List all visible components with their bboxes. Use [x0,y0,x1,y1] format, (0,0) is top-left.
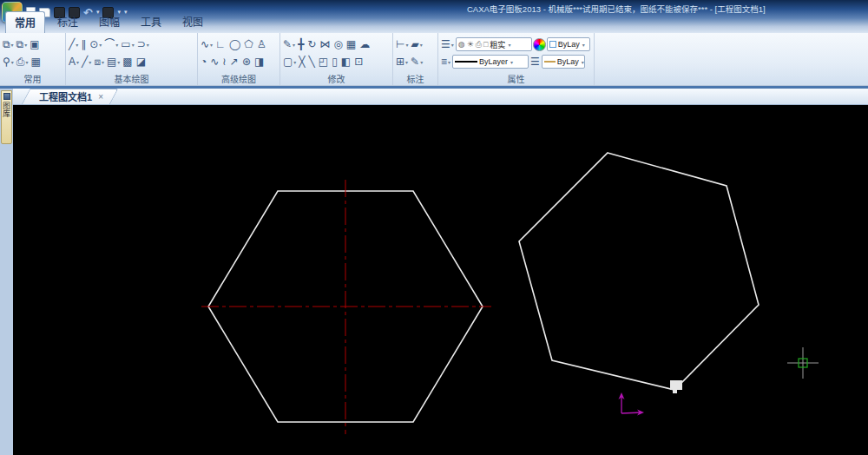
dropdown-icon[interactable]: ▾ [117,59,120,65]
tool-button[interactable]: ♙ [256,37,268,52]
tool-button[interactable]: ⌒▾ [103,37,119,52]
dropdown-icon[interactable]: ▾ [508,42,510,48]
tool-button[interactable]: ↻ [306,37,318,52]
tool-button[interactable]: ∿ [209,55,220,69]
tool-icon: ◨ [254,55,264,69]
tool-button[interactable]: ▦ [345,37,358,52]
tool-button[interactable]: ⊞▾ [395,55,409,69]
lineweight-button[interactable]: ≡▾ [440,55,451,69]
tool-button[interactable]: ⚲▾ [2,55,15,69]
dropdown-icon[interactable]: ▾ [582,42,585,48]
dropdown-icon[interactable]: ▾ [293,59,296,65]
dropdown-icon[interactable]: ▾ [293,42,295,48]
layer-select[interactable]: ◍ ☀ ⎙ □ 粗实 ▾ [456,37,532,51]
tool-button[interactable]: ✎▾ [410,55,424,69]
drawing-canvas-svg[interactable] [13,105,868,455]
dropdown-icon[interactable]: ▾ [25,59,28,65]
dropdown-icon[interactable]: ▾ [24,42,27,48]
tool-button[interactable]: ⊛ [241,55,253,69]
dropdown-icon[interactable]: ▾ [405,42,408,48]
linewidth-select[interactable]: ByLay ▾ [542,55,585,69]
tool-button[interactable]: ⊡ [353,55,365,69]
tool-button[interactable]: ◧ [340,55,352,69]
tool-button[interactable]: ▦ [30,55,42,69]
dropdown-icon[interactable]: ▾ [76,59,79,65]
dropdown-icon[interactable]: ▾ [451,42,454,48]
tool-button[interactable]: ⬠ [243,37,254,52]
tool-button[interactable]: ⧉▾ [2,37,15,52]
tool-button[interactable]: ⊢▾ [395,37,409,52]
tool-button[interactable]: ☁ [358,37,372,52]
tool-button[interactable]: ▯ [331,55,339,69]
tool-button[interactable]: ▣ [29,37,41,52]
tool-button[interactable]: ▤▾ [106,55,121,69]
tool-button[interactable]: ∟ [214,37,227,52]
tool-button[interactable]: ◯ [228,37,242,52]
tool-button[interactable]: ◔ [200,55,208,69]
dropdown-icon[interactable]: ▾ [210,42,213,48]
tool-button[interactable]: ▭▾ [120,37,135,52]
tool-button[interactable]: ╲ [308,55,317,69]
dropdown-icon[interactable]: ▾ [132,42,135,48]
dropdown-icon[interactable]: ▾ [11,42,14,48]
tab-dimension[interactable]: 标注 [49,11,87,33]
tool-button[interactable]: ⧉▾ [16,37,29,52]
dropdown-icon[interactable]: ▾ [405,59,408,65]
tool-icon: ⎙ [16,55,25,69]
tool-button[interactable]: ◪ [135,55,148,69]
tool-button[interactable]: ✎▾ [282,37,296,52]
dropdown-icon[interactable]: ▾ [510,59,513,65]
tool-button[interactable]: ╱▾ [68,37,79,52]
dropdown-icon[interactable]: ▾ [448,59,450,65]
document-tab[interactable]: 工程图文档1 × [22,89,110,104]
library-panel-tab[interactable]: 图库 [1,90,12,144]
tab-common[interactable]: 常用 [5,11,45,33]
tool-button[interactable]: ╱▾ [81,55,92,69]
hexagon-entity[interactable] [519,153,759,390]
dropdown-icon[interactable]: ▾ [582,59,584,65]
tool-button[interactable]: ⧈▾ [93,55,105,69]
tool-button[interactable]: ▩ [122,55,134,69]
dropdown-icon[interactable]: ▾ [89,59,91,65]
tool-icon: ▯ [332,55,338,69]
color-select[interactable]: ByLay ▾ [547,37,590,51]
tool-button[interactable]: ∥ [80,37,88,52]
tool-button[interactable]: ∿▾ [200,37,214,52]
tool-button[interactable]: ⎙▾ [16,55,30,69]
group-label: 常用 [2,74,63,85]
tool-button[interactable]: ╳ [298,55,306,69]
tool-button[interactable]: ╋ [297,37,306,52]
tool-icon: ∟ [215,37,226,51]
tool-icon: ▢ [283,55,293,69]
hatch-lines-button[interactable]: ☰ [529,55,541,69]
dropdown-icon[interactable]: ▾ [76,42,78,48]
tool-icon: ▰ [411,37,418,51]
color-wheel-icon[interactable] [533,38,546,51]
tab-view[interactable]: 视图 [174,11,212,33]
tab-sheet[interactable]: 图幅 [90,11,128,33]
tab-tools[interactable]: 工具 [132,11,170,33]
dropdown-icon[interactable]: ▾ [420,42,423,48]
tool-button[interactable]: ▰▾ [410,37,423,52]
tool-button[interactable]: ▢▾ [282,55,297,69]
linetype-select[interactable]: ByLayer ▾ [452,55,529,69]
tool-button[interactable]: ⊙▾ [89,37,102,52]
close-tab-icon[interactable]: × [98,92,103,102]
tool-button[interactable]: ◎ [332,37,344,52]
dropdown-icon[interactable]: ▾ [420,59,423,65]
dropdown-icon[interactable]: ▾ [115,42,118,48]
layer-tool-button[interactable]: ☰▾ [440,37,455,52]
tool-button[interactable]: A▾ [68,55,80,69]
dropdown-icon[interactable]: ▾ [11,59,14,65]
tool-button[interactable]: ◨ [253,55,266,69]
dropdown-icon[interactable]: ▾ [147,42,149,48]
tool-button[interactable]: ⊃▾ [136,37,150,52]
tool-button[interactable]: ⋈ [319,37,332,52]
tool-button[interactable]: ◰ [318,55,330,69]
workspace: 图库 工程图文档1 × [0,89,868,455]
dropdown-icon[interactable]: ▾ [99,42,102,48]
tool-button[interactable]: ↗ [229,55,240,69]
dropdown-icon[interactable]: ▾ [102,59,104,65]
drawing-canvas[interactable] [13,105,868,455]
tool-button[interactable]: ≀ [221,55,228,69]
